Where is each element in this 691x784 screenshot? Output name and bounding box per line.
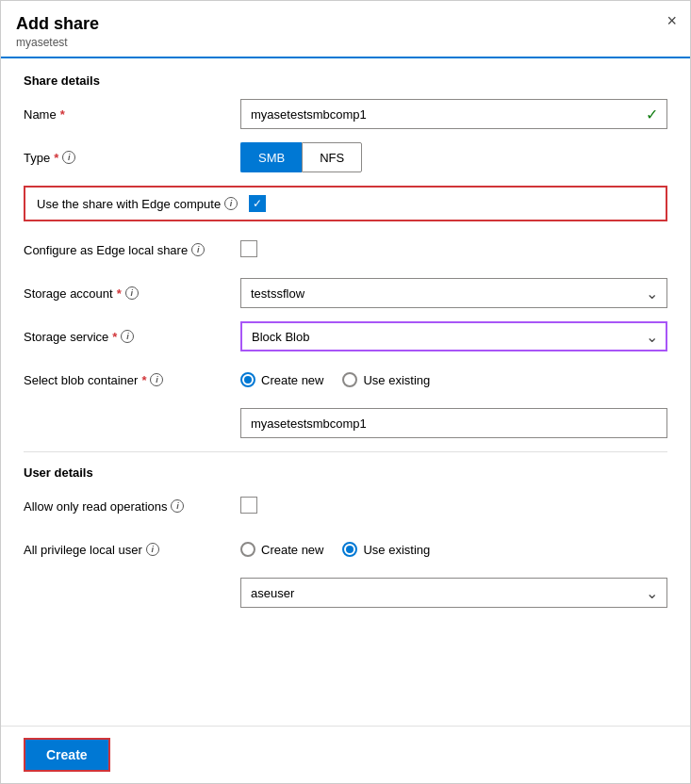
type-label: Type * i bbox=[24, 151, 240, 165]
type-label-text: Type bbox=[24, 151, 50, 165]
storage-service-select-wrapper: Block Blob bbox=[240, 321, 667, 351]
edge-compute-row: Use the share with Edge compute i ✓ bbox=[24, 186, 667, 221]
storage-service-select[interactable]: Block Blob bbox=[240, 321, 667, 351]
blob-container-control: Create new Use existing bbox=[240, 372, 667, 387]
read-operations-label-text: Allow only read operations bbox=[24, 499, 167, 514]
storage-account-required: * bbox=[117, 286, 122, 301]
storage-account-row: Storage account * i testssflow bbox=[24, 278, 667, 308]
type-control: SMB NFS bbox=[240, 142, 667, 172]
storage-service-required: * bbox=[112, 330, 117, 344]
blob-container-create-new-label: Create new bbox=[261, 373, 323, 387]
blob-container-required: * bbox=[141, 373, 146, 387]
add-share-dialog: Add share myasetest × Share details Name… bbox=[0, 0, 691, 784]
name-label-text: Name bbox=[24, 107, 57, 122]
type-row: Type * i SMB NFS bbox=[24, 142, 667, 172]
edge-local-checkbox[interactable] bbox=[240, 240, 257, 257]
privilege-user-label-text: All privilege local user bbox=[24, 543, 142, 557]
blob-container-use-existing-radio[interactable] bbox=[342, 372, 357, 387]
privilege-user-create-new-label: Create new bbox=[261, 543, 323, 557]
name-input-wrapper: ✓ bbox=[240, 99, 667, 129]
privilege-user-create-new-radio[interactable] bbox=[240, 542, 255, 557]
edge-local-row: Configure as Edge local share i bbox=[24, 235, 667, 265]
read-operations-info-icon[interactable]: i bbox=[171, 499, 184, 513]
type-required: * bbox=[54, 151, 58, 165]
type-info-icon[interactable]: i bbox=[62, 151, 75, 164]
privilege-user-create-new-item[interactable]: Create new bbox=[240, 542, 323, 557]
storage-account-control: testssflow bbox=[240, 278, 667, 308]
blob-container-input[interactable] bbox=[240, 408, 667, 438]
type-toggle-group: SMB NFS bbox=[240, 142, 667, 172]
create-button[interactable]: Create bbox=[24, 738, 110, 772]
privilege-user-select-control: aseuser bbox=[240, 578, 667, 608]
blob-container-radio-group: Create new Use existing bbox=[240, 372, 667, 387]
privilege-user-label: All privilege local user i bbox=[24, 543, 240, 557]
blob-container-value-control bbox=[240, 408, 667, 438]
storage-service-info-icon[interactable]: i bbox=[121, 330, 134, 343]
name-check-icon: ✓ bbox=[646, 106, 658, 123]
storage-account-label: Storage account * i bbox=[24, 286, 240, 301]
blob-container-value-row bbox=[24, 408, 667, 438]
privilege-user-select-row: aseuser bbox=[24, 578, 667, 608]
section-divider bbox=[24, 451, 667, 452]
storage-service-row: Storage service * i Block Blob bbox=[24, 321, 667, 351]
blob-container-create-new-radio[interactable] bbox=[240, 372, 255, 387]
storage-service-label-text: Storage service bbox=[24, 330, 108, 344]
dialog-footer: Create bbox=[1, 726, 690, 783]
blob-container-create-new-item[interactable]: Create new bbox=[240, 372, 323, 387]
blob-container-use-existing-label: Use existing bbox=[363, 373, 430, 387]
blob-container-use-existing-item[interactable]: Use existing bbox=[342, 372, 430, 387]
storage-account-select[interactable]: testssflow bbox=[240, 278, 667, 308]
privilege-user-select[interactable]: aseuser bbox=[240, 578, 667, 608]
dialog-title: Add share bbox=[16, 14, 675, 34]
storage-account-info-icon[interactable]: i bbox=[125, 286, 139, 300]
close-button[interactable]: × bbox=[666, 12, 677, 29]
name-required: * bbox=[60, 107, 65, 122]
type-smb-button[interactable]: SMB bbox=[240, 142, 302, 172]
privilege-user-use-existing-label: Use existing bbox=[363, 543, 430, 557]
dialog-subtitle: myasetest bbox=[16, 36, 675, 49]
user-details-section-title: User details bbox=[24, 466, 667, 480]
storage-service-control: Block Blob bbox=[240, 321, 667, 351]
dialog-body: Share details Name * ✓ Type * i bbox=[1, 58, 690, 726]
read-operations-control bbox=[240, 497, 667, 516]
read-operations-row: Allow only read operations i bbox=[24, 491, 667, 521]
edge-local-control bbox=[240, 240, 667, 260]
type-nfs-button[interactable]: NFS bbox=[302, 142, 362, 172]
edge-compute-checkbox[interactable]: ✓ bbox=[249, 195, 266, 212]
edge-compute-info-icon[interactable]: i bbox=[224, 197, 238, 210]
dialog-header: Add share myasetest × bbox=[1, 1, 690, 58]
blob-container-info-icon[interactable]: i bbox=[150, 373, 163, 386]
privilege-user-row: All privilege local user i Create new Us… bbox=[24, 534, 667, 564]
edge-compute-label-text: Use the share with Edge compute bbox=[37, 197, 221, 211]
privilege-user-radio-group: Create new Use existing bbox=[240, 542, 667, 557]
privilege-user-control: Create new Use existing bbox=[240, 542, 667, 557]
edge-compute-label: Use the share with Edge compute i bbox=[37, 197, 238, 211]
blob-container-row: Select blob container * i Create new Use… bbox=[24, 365, 667, 395]
name-control: ✓ bbox=[240, 99, 667, 129]
blob-container-label-text: Select blob container bbox=[24, 373, 138, 387]
share-details-section-title: Share details bbox=[24, 74, 667, 88]
edge-local-label-text: Configure as Edge local share bbox=[24, 243, 188, 257]
privilege-user-select-wrapper: aseuser bbox=[240, 578, 667, 608]
read-operations-checkbox[interactable] bbox=[240, 497, 257, 514]
privilege-user-use-existing-item[interactable]: Use existing bbox=[342, 542, 430, 557]
storage-service-label: Storage service * i bbox=[24, 330, 240, 344]
blob-container-label: Select blob container * i bbox=[24, 373, 240, 387]
edge-local-label: Configure as Edge local share i bbox=[24, 243, 240, 257]
privilege-user-use-existing-radio[interactable] bbox=[342, 542, 357, 557]
name-row: Name * ✓ bbox=[24, 99, 667, 129]
edge-local-info-icon[interactable]: i bbox=[191, 243, 205, 256]
storage-account-label-text: Storage account bbox=[24, 286, 113, 301]
name-input[interactable] bbox=[240, 99, 667, 129]
privilege-user-info-icon[interactable]: i bbox=[146, 543, 159, 556]
name-label: Name * bbox=[24, 107, 240, 122]
storage-account-select-wrapper: testssflow bbox=[240, 278, 667, 308]
read-operations-label: Allow only read operations i bbox=[24, 499, 240, 514]
